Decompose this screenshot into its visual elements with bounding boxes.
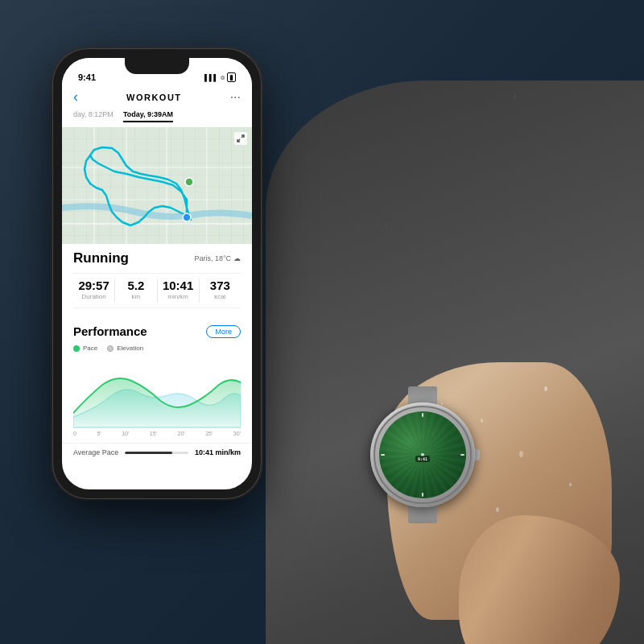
avg-pace-value: 10:41 min/km [195,448,241,456]
tab-current[interactable]: Today, 9:39AM [123,110,173,122]
signal-icon: ▌▌▌ [204,74,218,81]
expand-icon[interactable] [234,132,247,145]
svg-point-7 [183,213,191,221]
performance-title: Performance [73,324,147,338]
stat-duration-label: Duration [73,293,114,300]
stat-distance-value: 5.2 [115,279,156,292]
map-route [62,127,252,244]
pace-dot [73,345,80,352]
x-label-10: 10' [122,431,129,436]
chart-legend: Pace Elevation [73,345,241,352]
x-label-15: 15' [150,431,157,436]
status-time: 9:41 [78,72,96,82]
watch: 9:41 [370,402,499,531]
stat-duration-value: 29:57 [73,279,114,292]
location-text: Paris, 18°C [194,254,231,262]
performance-header: Performance More [73,324,241,338]
arm-area: 9:41 [242,80,644,644]
weather-icon: ☁ [233,254,241,262]
stat-distance: 5.2 km [115,279,156,303]
stat-distance-label: km [115,293,156,300]
avg-pace-fill [125,452,172,454]
svg-point-8 [185,178,193,186]
background-scene: 9:41 [0,0,644,644]
legend-pace: Pace [73,345,97,352]
avg-pace-row: Average Pace 10:41 min/km [62,443,252,461]
stats-row: 29:57 Duration 5.2 km 10:41 min/km [73,273,241,308]
stat-kcal: 373 kcal [200,279,241,303]
more-button-performance[interactable]: More [206,325,241,338]
workout-title-row: Running Paris, 18°C ☁ [73,250,241,266]
status-icons: ▌▌▌ ⌾ ▮ [204,72,236,82]
notch [125,58,189,74]
stat-duration: 29:57 Duration [73,279,114,303]
x-axis: 0 5' 10' 15' 20' 25' 30' [73,429,241,438]
x-label-30: 30' [233,431,241,436]
performance-section: Performance More Pace Elevation [62,320,252,443]
avg-pace-bar [125,452,188,454]
x-label-25: 25' [205,431,213,436]
legend-elevation-label: Elevation [117,345,143,352]
stat-pace: 10:41 min/km [158,279,199,303]
stat-pace-value: 10:41 [158,279,199,292]
stat-kcal-label: kcal [200,293,241,300]
battery-icon: ▮ [227,72,236,82]
x-label-5: 5' [97,431,101,436]
more-button[interactable]: ··· [230,90,241,105]
x-label-20: 20' [178,431,185,436]
nav-title: WORKOUT [126,93,182,102]
wifi-icon: ⌾ [221,73,225,81]
avg-pace-label: Average Pace [73,448,118,456]
stat-kcal-value: 373 [200,279,241,292]
map-area [62,127,252,244]
legend-elevation: Elevation [107,345,143,352]
workout-info: Running Paris, 18°C ☁ 29:57 Duration [62,244,252,320]
workout-location: Paris, 18°C ☁ [194,254,241,262]
phone-screen: 9:41 ▌▌▌ ⌾ ▮ ‹ WORKOUT ··· day, 8:12PM [62,58,252,489]
tab-previous[interactable]: day, 8:12PM [73,110,114,122]
phone-body: 9:41 ▌▌▌ ⌾ ▮ ‹ WORKOUT ··· day, 8:12PM [52,48,262,499]
phone: 9:41 ▌▌▌ ⌾ ▮ ‹ WORKOUT ··· day, 8:12PM [52,48,262,499]
elevation-dot [107,345,114,352]
x-label-0: 0 [73,431,76,436]
stat-pace-label: min/km [158,293,199,300]
legend-pace-label: Pace [83,345,97,352]
performance-chart [73,357,241,429]
tab-row: day, 8:12PM Today, 9:39AM [62,110,252,127]
nav-header: ‹ WORKOUT ··· [62,85,252,110]
back-button[interactable]: ‹ [73,89,78,105]
workout-title: Running [73,250,129,266]
